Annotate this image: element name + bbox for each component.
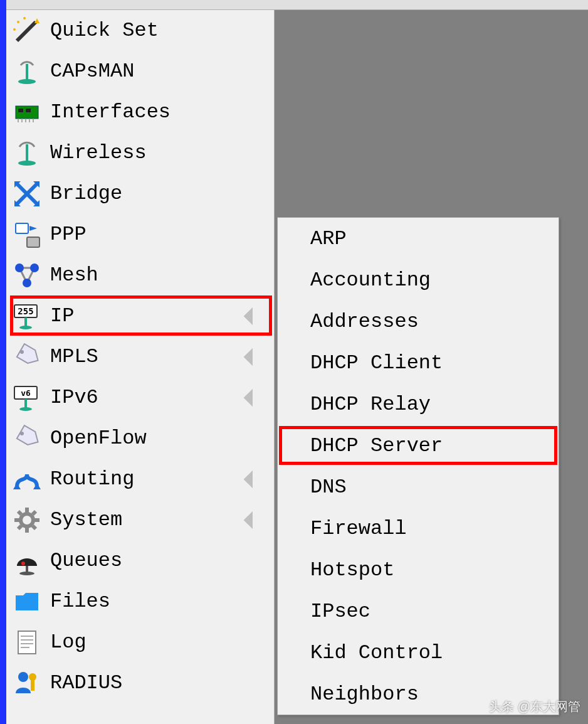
submenu-item-accounting[interactable]: Accounting xyxy=(278,259,559,301)
antenna-icon xyxy=(9,135,45,171)
svg-marker-41 xyxy=(33,483,41,489)
submenu-label: DHCP Relay xyxy=(310,393,431,416)
svg-text:255: 255 xyxy=(18,306,33,316)
sidebar-item-mesh[interactable]: Mesh xyxy=(6,255,274,295)
title-bar-strip xyxy=(0,0,6,724)
sidebar-item-ppp[interactable]: PPP xyxy=(6,214,274,255)
ppp-icon xyxy=(9,216,45,253)
gear-icon xyxy=(9,502,45,538)
submenu-label: Firewall xyxy=(310,517,407,540)
menu-label: IP xyxy=(50,304,74,327)
svg-line-0 xyxy=(17,22,36,41)
svg-marker-22 xyxy=(29,226,37,231)
submenu-item-kid-control[interactable]: Kid Control xyxy=(278,632,559,673)
svg-marker-40 xyxy=(13,483,21,489)
menu-label: Wireless xyxy=(50,141,147,164)
menu-label: Mesh xyxy=(50,264,98,287)
submenu-label: Kid Control xyxy=(310,641,443,664)
menu-label: Files xyxy=(50,590,110,613)
menu-label: Quick Set xyxy=(50,19,159,42)
sidebar-item-log[interactable]: Log xyxy=(6,622,274,663)
menu-label: System xyxy=(50,508,122,531)
svg-point-2 xyxy=(23,17,26,19)
sidebar-item-radius[interactable]: RADIUS xyxy=(6,663,274,703)
submenu-arrow-icon xyxy=(244,307,261,324)
sidebar-item-routing[interactable]: Routing xyxy=(6,459,274,499)
chip-icon xyxy=(9,94,45,130)
svg-point-27 xyxy=(15,264,24,272)
svg-point-39 xyxy=(20,432,24,435)
submenu-arrow-icon xyxy=(244,388,261,406)
sidebar-item-ipv6[interactable]: v6 IPv6 xyxy=(6,377,274,418)
wand-icon xyxy=(9,13,45,49)
svg-line-50 xyxy=(33,511,36,514)
queues-icon xyxy=(9,543,45,579)
svg-line-47 xyxy=(18,511,21,514)
submenu-item-dhcp-client[interactable]: DHCP Client xyxy=(278,342,559,383)
sidebar-item-quick-set[interactable]: Quick Set xyxy=(6,10,274,51)
svg-point-51 xyxy=(21,562,25,565)
watermark-text: 头条 @东大网管 xyxy=(489,698,580,715)
sidebar-item-files[interactable]: Files xyxy=(6,581,274,622)
sidebar-item-queues[interactable]: Queues xyxy=(6,540,274,581)
sidebar-item-mpls[interactable]: MPLS xyxy=(6,336,274,377)
app-root: Quick Set CAPsMAN xyxy=(0,0,588,724)
sidebar-item-ip[interactable]: 255 IP xyxy=(6,295,274,336)
submenu-item-dhcp-relay[interactable]: DHCP Relay xyxy=(278,383,559,425)
svg-rect-8 xyxy=(18,109,23,112)
folder-icon xyxy=(9,583,45,620)
sidebar-item-bridge[interactable]: Bridge xyxy=(6,173,274,214)
main-sidebar: Quick Set CAPsMAN xyxy=(6,10,275,724)
menu-label: Interfaces xyxy=(50,100,171,124)
submenu-label: DHCP Server xyxy=(310,434,443,457)
submenu-item-firewall[interactable]: Firewall xyxy=(278,508,559,549)
svg-rect-23 xyxy=(27,237,39,247)
submenu-label: Hotspot xyxy=(310,558,394,582)
submenu-label: DHCP Client xyxy=(310,351,443,375)
toolbar-area xyxy=(6,0,588,10)
submenu-item-dhcp-server[interactable]: DHCP Server xyxy=(278,425,559,466)
menu-label: Queues xyxy=(50,549,122,572)
menu-label: MPLS xyxy=(50,345,98,368)
bridge-icon xyxy=(9,176,45,212)
svg-point-33 xyxy=(19,326,32,329)
ip255-icon: 255 xyxy=(9,298,45,334)
submenu-item-dns[interactable]: DNS xyxy=(278,466,559,508)
svg-line-48 xyxy=(33,526,36,529)
svg-point-38 xyxy=(19,407,32,411)
svg-point-3 xyxy=(13,28,16,31)
sidebar-item-wireless[interactable]: Wireless xyxy=(6,132,274,173)
submenu-arrow-icon xyxy=(244,348,261,365)
svg-point-42 xyxy=(21,514,33,526)
svg-point-53 xyxy=(19,572,34,575)
submenu-label: Neighbors xyxy=(310,683,419,706)
svg-point-28 xyxy=(30,264,39,272)
submenu-label: IPsec xyxy=(310,600,370,623)
submenu-label: DNS xyxy=(310,476,347,499)
svg-point-6 xyxy=(18,79,36,84)
svg-point-59 xyxy=(18,672,28,682)
menu-label: Bridge xyxy=(50,182,122,205)
submenu-label: Addresses xyxy=(310,310,419,333)
sidebar-item-capsman[interactable]: CAPsMAN xyxy=(6,51,274,92)
sidebar-item-openflow[interactable]: OpenFlow xyxy=(6,418,274,459)
submenu-item-hotspot[interactable]: Hotspot xyxy=(278,549,559,590)
submenu-item-ipsec[interactable]: IPsec xyxy=(278,590,559,632)
submenu-item-arp[interactable]: ARP xyxy=(278,218,559,259)
sidebar-item-interfaces[interactable]: Interfaces xyxy=(6,92,274,132)
menu-label: RADIUS xyxy=(50,671,122,695)
menu-label: PPP xyxy=(50,223,87,246)
ip-submenu: ARP Accounting Addresses DHCP Client DHC… xyxy=(277,217,559,715)
svg-point-1 xyxy=(17,21,19,23)
ipv6-icon: v6 xyxy=(9,380,45,416)
submenu-label: ARP xyxy=(310,227,347,250)
svg-point-16 xyxy=(18,161,36,166)
svg-line-49 xyxy=(18,526,21,529)
sidebar-item-system[interactable]: System xyxy=(6,499,274,540)
menu-label: Log xyxy=(50,631,87,654)
routing-icon xyxy=(9,461,45,498)
menu-label: CAPsMAN xyxy=(50,60,134,83)
tag-icon xyxy=(9,339,45,375)
submenu-item-addresses[interactable]: Addresses xyxy=(278,301,559,342)
submenu-label: Accounting xyxy=(310,269,431,292)
